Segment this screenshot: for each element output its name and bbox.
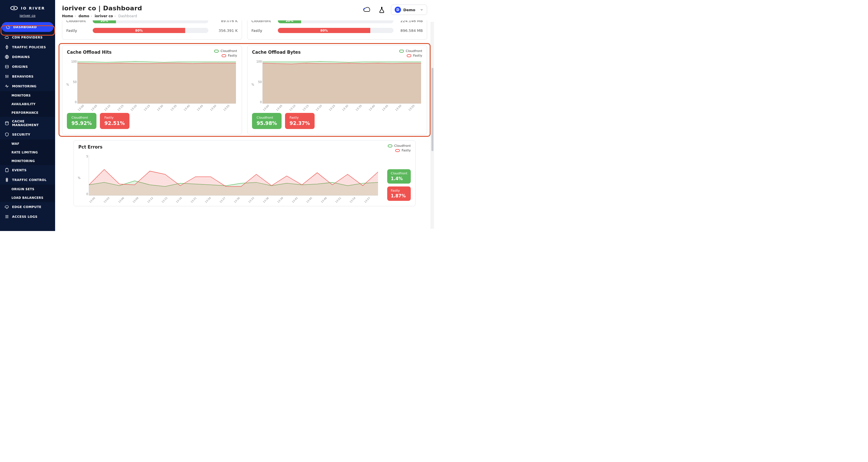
dist-value: 356.391 K <box>212 28 238 33</box>
sidebar-item-cache[interactable]: CACHE MANAGEMENT <box>0 117 55 129</box>
cloud-icon <box>5 35 9 40</box>
y-axis: 100 50 0 <box>254 60 262 104</box>
sidebar-label: EDGE COMPUTE <box>12 205 41 209</box>
svg-point-8 <box>7 179 7 179</box>
sidebar-item-cdn-providers[interactable]: CDN PROVIDERS <box>0 32 55 42</box>
sidebar-sub-origin-sets[interactable]: ORIGIN SETS <box>0 185 55 193</box>
sidebar-label: ACCESS LOGS <box>12 215 38 219</box>
sidebar-sub-monitoring2[interactable]: MONITORING <box>0 156 55 165</box>
sidebar-item-events[interactable]: EVENTS <box>0 165 55 175</box>
sidebar-sub-waf[interactable]: WAF <box>0 139 55 148</box>
dist-value: 896.584 MB <box>397 28 423 33</box>
x-axis: 13:0013:0513:1013:1513:2013:2513:3013:35… <box>262 108 421 111</box>
y-unit: % <box>251 83 254 86</box>
account-dropdown[interactable]: D Demo <box>391 5 427 15</box>
traffic-light-icon <box>5 178 9 182</box>
legend-pill-green <box>399 50 404 53</box>
sidebar-label: TRAFFIC POLICIES <box>12 46 46 49</box>
brand-subtitle[interactable]: ioriver co <box>20 14 35 18</box>
legend-pill-green <box>388 145 392 147</box>
cache-offload-row: Cache Offload Hits Cloudfront Fastly % 1… <box>62 46 427 135</box>
sidebar-item-traffic-control[interactable]: TRAFFIC CONTROL <box>0 175 55 185</box>
crumb-demo[interactable]: demo <box>79 14 89 18</box>
plot-area <box>89 155 378 196</box>
svg-point-1 <box>13 7 15 9</box>
sidebar-label: MONITORS <box>11 94 31 97</box>
y-unit: % <box>66 83 69 86</box>
sliders-icon <box>5 74 9 79</box>
x-axis: 13:0013:0313:0613:0913:1213:1513:1813:21… <box>89 200 378 203</box>
dist-row: Cloudfront 20% 89.076 K <box>66 20 238 26</box>
cache-hits-chart: % 100 50 0 13:0013:0513:1013:1513:2013:2… <box>67 60 237 109</box>
sidebar-item-monitoring[interactable]: MONITORING <box>0 81 55 91</box>
pct-summary: Cloudfront1.4% Fastly1.87% <box>387 169 411 201</box>
dist-label: Cloudfront <box>251 20 274 23</box>
legend-pill-red <box>407 54 411 57</box>
dist-label: Cloudfront <box>66 20 89 23</box>
plot-area <box>262 60 421 104</box>
scroll-thumb[interactable] <box>431 68 433 151</box>
brand-name: IO RIVER <box>21 6 45 10</box>
chevron-down-icon <box>420 8 423 11</box>
brand: IO RIVER ioriver co <box>0 0 55 20</box>
sidebar-item-behaviors[interactable]: BEHAVIORS <box>0 71 55 81</box>
legend: Cloudfront Fastly <box>399 49 422 57</box>
sidebar-sub-performance[interactable]: PERFORMANCE <box>0 108 55 117</box>
sidebar-label: ORIGIN SETS <box>11 187 34 191</box>
sidebar-label: MONITORING <box>12 84 36 88</box>
sidebar-label: DOMAINS <box>12 55 30 59</box>
sidebar-item-domains[interactable]: DOMAINS <box>0 52 55 62</box>
main: ioriver co | Dashboard Home› demo› ioriv… <box>55 0 434 231</box>
legend-pill-red <box>222 54 226 57</box>
dist-row: Cloudfront 20% 224.146 MB <box>251 20 423 26</box>
sidebar-label: TRAFFIC CONTROL <box>12 178 46 182</box>
summary-row: Cloudfront95.98% Fastly92.37% <box>252 113 422 129</box>
svg-point-9 <box>7 179 7 180</box>
crumb-home[interactable]: Home <box>62 14 73 18</box>
sidebar-label: RATE LIMITING <box>11 150 38 154</box>
dist-bar-fill: 20% <box>93 20 116 23</box>
multicloud-icon[interactable] <box>363 6 373 14</box>
sidebar-label: AVAILABILITY <box>11 102 36 106</box>
sidebar-label: SECURITY <box>12 133 30 137</box>
traffic-icon <box>5 45 9 50</box>
legend-label: Cloudfront <box>406 49 422 53</box>
sidebar-label: LOAD BALANCERS <box>11 196 43 199</box>
y-unit: % <box>78 176 81 179</box>
sidebar-item-origins[interactable]: ORIGINS <box>0 62 55 71</box>
x-axis: 13:0013:0513:1013:1513:2013:2513:3013:35… <box>77 108 236 111</box>
crumb-service[interactable]: ioriver co <box>95 14 113 18</box>
brand-logo-icon <box>10 4 18 12</box>
sidebar-item-access-logs[interactable]: ACCESS LOGS <box>0 212 55 222</box>
legend: Cloudfront Fastly <box>214 49 237 57</box>
sidebar-sub-monitors[interactable]: MONITORS <box>0 91 55 100</box>
pct-errors-chart: % 5 0 13:0013:0313:0613:0913:1213:1513:1… <box>79 155 379 201</box>
dist-bar-fill: 80% <box>278 28 370 33</box>
sidebar-label: EVENTS <box>12 168 27 172</box>
sidebar-item-security[interactable]: SECURITY <box>0 129 55 139</box>
dist-value: 89.076 K <box>212 20 238 23</box>
sidebar-item-dashboard[interactable]: DASHBOARD <box>2 22 53 32</box>
legend-label: Fastly <box>228 54 237 57</box>
flask-icon[interactable] <box>378 6 385 14</box>
scrollbar[interactable] <box>431 22 434 229</box>
bytes-distribution-card: Cloudfront 20% 224.146 MB Fastly 80% 896… <box>247 20 427 40</box>
shield-icon <box>5 132 9 137</box>
sidebar-label: CDN PROVIDERS <box>12 36 43 39</box>
legend-pill-red <box>395 149 400 152</box>
sidebar-item-traffic-policies[interactable]: TRAFFIC POLICIES <box>0 42 55 52</box>
dist-label: Fastly <box>66 28 89 33</box>
top-distribution-row: Cloudfront 20% 89.076 K Fastly 80% 356.3… <box>62 20 427 40</box>
sidebar-sub-rate-limiting[interactable]: RATE LIMITING <box>0 148 55 156</box>
cache-offload-bytes-card: Cache Offload Bytes Cloudfront Fastly % … <box>247 46 427 135</box>
sidebar-sub-load-balancers[interactable]: LOAD BALANCERS <box>0 193 55 202</box>
cloud-compute-icon <box>5 205 9 209</box>
breadcrumb: Home› demo› ioriver co› Dashboard <box>62 14 142 18</box>
pct-errors-card: Pct Errors Cloudfront Fastly % 5 0 13:00… <box>73 140 415 206</box>
dist-label: Fastly <box>251 28 274 33</box>
sidebar-sub-availability[interactable]: AVAILABILITY <box>0 100 55 108</box>
gauge-icon <box>6 25 10 29</box>
legend-label: Fastly <box>402 148 411 152</box>
account-name: Demo <box>403 8 415 12</box>
sidebar-item-edge-compute[interactable]: EDGE COMPUTE <box>0 202 55 212</box>
